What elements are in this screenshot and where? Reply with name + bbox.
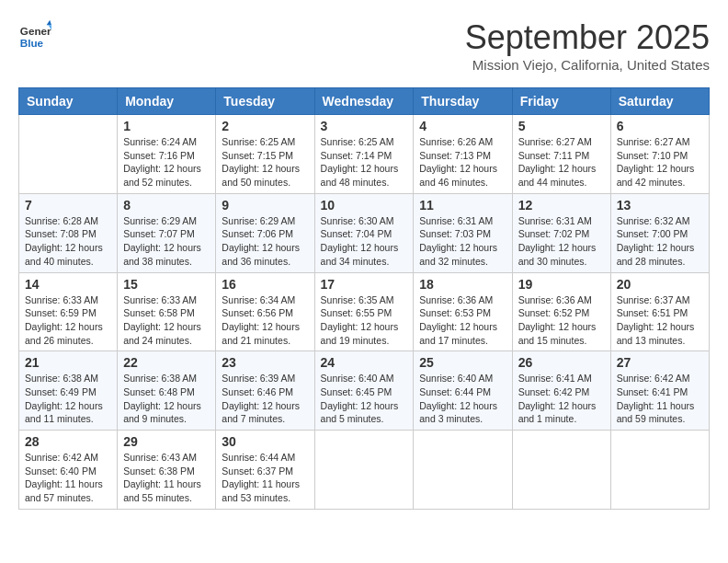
- calendar-cell: 5Sunrise: 6:27 AM Sunset: 7:11 PM Daylig…: [512, 115, 610, 194]
- day-info: Sunrise: 6:42 AM Sunset: 6:40 PM Dayligh…: [25, 451, 111, 505]
- day-number: 16: [222, 277, 308, 292]
- day-number: 6: [617, 119, 703, 133]
- day-number: 10: [321, 198, 408, 213]
- day-number: 17: [321, 277, 408, 292]
- day-info: Sunrise: 6:40 AM Sunset: 6:45 PM Dayligh…: [321, 372, 408, 426]
- day-info: Sunrise: 6:41 AM Sunset: 6:42 PM Dayligh…: [518, 372, 605, 426]
- calendar-cell: 8Sunrise: 6:29 AM Sunset: 7:07 PM Daylig…: [118, 193, 216, 272]
- day-info: Sunrise: 6:32 AM Sunset: 7:00 PM Dayligh…: [617, 214, 703, 269]
- day-number: 5: [518, 119, 605, 133]
- day-info: Sunrise: 6:44 AM Sunset: 6:37 PM Dayligh…: [222, 451, 308, 505]
- day-number: 19: [518, 277, 605, 292]
- day-info: Sunrise: 6:29 AM Sunset: 7:06 PM Dayligh…: [222, 214, 308, 269]
- day-number: 9: [222, 198, 308, 213]
- calendar-cell: 13Sunrise: 6:32 AM Sunset: 7:00 PM Dayli…: [610, 193, 709, 272]
- week-row-1: 1Sunrise: 6:24 AM Sunset: 7:16 PM Daylig…: [19, 115, 710, 194]
- weekday-header-monday: Monday: [118, 88, 216, 115]
- day-number: 24: [321, 355, 408, 370]
- day-number: 29: [123, 434, 210, 449]
- calendar-cell: 24Sunrise: 6:40 AM Sunset: 6:45 PM Dayli…: [314, 351, 414, 431]
- day-info: Sunrise: 6:34 AM Sunset: 6:56 PM Dayligh…: [222, 293, 308, 348]
- logo-icon: General Blue: [18, 18, 51, 52]
- calendar-cell: 16Sunrise: 6:34 AM Sunset: 6:56 PM Dayli…: [216, 272, 314, 351]
- calendar-cell: 30Sunrise: 6:44 AM Sunset: 6:37 PM Dayli…: [216, 431, 314, 510]
- day-info: Sunrise: 6:38 AM Sunset: 6:49 PM Dayligh…: [25, 372, 111, 426]
- day-info: Sunrise: 6:26 AM Sunset: 7:13 PM Dayligh…: [419, 135, 506, 190]
- calendar-cell: 4Sunrise: 6:26 AM Sunset: 7:13 PM Daylig…: [414, 115, 512, 194]
- weekday-header-wednesday: Wednesday: [314, 88, 414, 115]
- day-info: Sunrise: 6:33 AM Sunset: 6:58 PM Dayligh…: [123, 293, 210, 348]
- calendar-cell: 21Sunrise: 6:38 AM Sunset: 6:49 PM Dayli…: [19, 351, 118, 431]
- weekday-header-friday: Friday: [512, 88, 610, 115]
- week-row-4: 21Sunrise: 6:38 AM Sunset: 6:49 PM Dayli…: [19, 351, 710, 431]
- svg-text:General: General: [20, 25, 51, 37]
- weekday-header-sunday: Sunday: [19, 88, 118, 115]
- day-info: Sunrise: 6:35 AM Sunset: 6:55 PM Dayligh…: [321, 293, 408, 348]
- logo: General Blue: [18, 18, 55, 52]
- calendar-cell: 20Sunrise: 6:37 AM Sunset: 6:51 PM Dayli…: [610, 272, 709, 351]
- day-info: Sunrise: 6:42 AM Sunset: 6:41 PM Dayligh…: [617, 372, 703, 426]
- day-number: 2: [222, 119, 308, 133]
- calendar-cell: 7Sunrise: 6:28 AM Sunset: 7:08 PM Daylig…: [19, 193, 118, 272]
- day-info: Sunrise: 6:31 AM Sunset: 7:02 PM Dayligh…: [518, 214, 605, 269]
- calendar-cell: 28Sunrise: 6:42 AM Sunset: 6:40 PM Dayli…: [19, 431, 118, 510]
- calendar-table: SundayMondayTuesdayWednesdayThursdayFrid…: [18, 87, 710, 510]
- calendar-cell: 2Sunrise: 6:25 AM Sunset: 7:15 PM Daylig…: [216, 115, 314, 194]
- week-row-2: 7Sunrise: 6:28 AM Sunset: 7:08 PM Daylig…: [19, 193, 710, 272]
- day-number: 23: [222, 355, 308, 370]
- day-number: 28: [25, 434, 111, 449]
- day-info: Sunrise: 6:39 AM Sunset: 6:46 PM Dayligh…: [222, 372, 308, 426]
- calendar-cell: [512, 431, 610, 510]
- calendar-cell: [414, 431, 512, 510]
- calendar-cell: 25Sunrise: 6:40 AM Sunset: 6:44 PM Dayli…: [414, 351, 512, 431]
- day-number: 22: [123, 355, 210, 370]
- title-area: September 2025 Mission Viejo, California…: [465, 18, 710, 73]
- day-info: Sunrise: 6:24 AM Sunset: 7:16 PM Dayligh…: [123, 135, 210, 190]
- calendar-cell: 18Sunrise: 6:36 AM Sunset: 6:53 PM Dayli…: [414, 272, 512, 351]
- day-info: Sunrise: 6:33 AM Sunset: 6:59 PM Dayligh…: [25, 293, 111, 348]
- calendar-cell: [610, 431, 709, 510]
- day-info: Sunrise: 6:28 AM Sunset: 7:08 PM Dayligh…: [25, 214, 111, 269]
- day-number: 11: [419, 198, 506, 213]
- day-number: 27: [617, 355, 703, 370]
- calendar-cell: 12Sunrise: 6:31 AM Sunset: 7:02 PM Dayli…: [512, 193, 610, 272]
- day-number: 30: [222, 434, 308, 449]
- week-row-5: 28Sunrise: 6:42 AM Sunset: 6:40 PM Dayli…: [19, 431, 710, 510]
- day-info: Sunrise: 6:37 AM Sunset: 6:51 PM Dayligh…: [617, 293, 703, 348]
- calendar-cell: 19Sunrise: 6:36 AM Sunset: 6:52 PM Dayli…: [512, 272, 610, 351]
- calendar-cell: 17Sunrise: 6:35 AM Sunset: 6:55 PM Dayli…: [314, 272, 414, 351]
- day-info: Sunrise: 6:27 AM Sunset: 7:11 PM Dayligh…: [518, 135, 605, 190]
- weekday-header-saturday: Saturday: [610, 88, 709, 115]
- calendar-cell: 10Sunrise: 6:30 AM Sunset: 7:04 PM Dayli…: [314, 193, 414, 272]
- day-info: Sunrise: 6:36 AM Sunset: 6:53 PM Dayligh…: [419, 293, 506, 348]
- day-number: 21: [25, 355, 111, 370]
- calendar-cell: [314, 431, 414, 510]
- day-info: Sunrise: 6:43 AM Sunset: 6:38 PM Dayligh…: [123, 451, 210, 505]
- day-number: 7: [25, 198, 111, 213]
- day-info: Sunrise: 6:36 AM Sunset: 6:52 PM Dayligh…: [518, 293, 605, 348]
- day-number: 4: [419, 119, 506, 133]
- day-info: Sunrise: 6:25 AM Sunset: 7:15 PM Dayligh…: [222, 135, 308, 190]
- calendar-cell: 14Sunrise: 6:33 AM Sunset: 6:59 PM Dayli…: [19, 272, 118, 351]
- month-title: September 2025: [465, 18, 710, 57]
- day-number: 25: [419, 355, 506, 370]
- day-number: 13: [617, 198, 703, 213]
- day-number: 14: [25, 277, 111, 292]
- day-number: 1: [123, 119, 210, 133]
- day-number: 12: [518, 198, 605, 213]
- calendar-cell: 22Sunrise: 6:38 AM Sunset: 6:48 PM Dayli…: [118, 351, 216, 431]
- calendar-cell: 26Sunrise: 6:41 AM Sunset: 6:42 PM Dayli…: [512, 351, 610, 431]
- day-info: Sunrise: 6:27 AM Sunset: 7:10 PM Dayligh…: [617, 135, 703, 190]
- day-number: 8: [123, 198, 210, 213]
- calendar-cell: 11Sunrise: 6:31 AM Sunset: 7:03 PM Dayli…: [414, 193, 512, 272]
- day-number: 15: [123, 277, 210, 292]
- page-header: General Blue September 2025 Mission Viej…: [18, 18, 710, 73]
- day-info: Sunrise: 6:40 AM Sunset: 6:44 PM Dayligh…: [419, 372, 506, 426]
- calendar-cell: 23Sunrise: 6:39 AM Sunset: 6:46 PM Dayli…: [216, 351, 314, 431]
- day-info: Sunrise: 6:25 AM Sunset: 7:14 PM Dayligh…: [321, 135, 408, 190]
- calendar-cell: 9Sunrise: 6:29 AM Sunset: 7:06 PM Daylig…: [216, 193, 314, 272]
- calendar-cell: 27Sunrise: 6:42 AM Sunset: 6:41 PM Dayli…: [610, 351, 709, 431]
- weekday-header-tuesday: Tuesday: [216, 88, 314, 115]
- weekday-header-row: SundayMondayTuesdayWednesdayThursdayFrid…: [19, 88, 710, 115]
- weekday-header-thursday: Thursday: [414, 88, 512, 115]
